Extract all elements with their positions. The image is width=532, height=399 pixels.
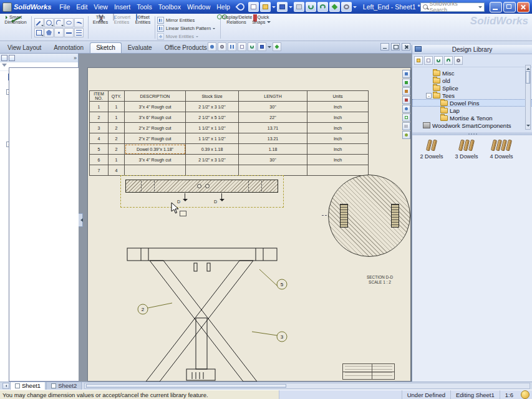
sketch-point-icon[interactable] [54, 28, 64, 37]
menu-tools[interactable]: Tools [133, 2, 155, 11]
library-folder[interactable]: Misc [412, 69, 532, 77]
mirror-entities-button[interactable]: Mirror Entities [157, 16, 219, 24]
tree-item[interactable]: -Sheet2 [0, 140, 78, 148]
bom-row[interactable]: 322"x 2" Rough cut1 1/2" x 1 1/2"13.71In… [90, 123, 369, 133]
tab-office-products[interactable]: Office Products [158, 42, 213, 53]
horizontal-scrollbar[interactable] [84, 383, 530, 389]
featuremanager-tab-icon[interactable] [1, 55, 7, 61]
top-view-beam[interactable] [125, 180, 278, 193]
crop-view-icon[interactable] [402, 113, 410, 122]
doc-minimize-button[interactable] [380, 43, 389, 50]
sketch-text-icon[interactable] [74, 28, 84, 37]
search-input[interactable]: SolidWorks Search [420, 2, 485, 12]
save-dropdown-icon[interactable] [289, 6, 293, 10]
panel-collapse-handle[interactable] [79, 213, 83, 227]
tab-sketch[interactable]: Sketch [90, 42, 122, 53]
sketch-arc-icon[interactable] [54, 18, 64, 27]
doc-close-button[interactable] [402, 43, 410, 50]
library-tree-scrollbar[interactable] [525, 65, 531, 130]
library-folder-selected[interactable]: Dowel Pins [412, 99, 532, 107]
sketch-ellipse-icon[interactable] [64, 18, 74, 27]
bom-row[interactable]: 613"x 4" Rough cut2 1/2" x 3 1/2"30"Inch [90, 155, 369, 165]
library-folder[interactable]: Mortise & Tenon [412, 114, 532, 122]
auxiliary-view-icon[interactable] [402, 87, 410, 95]
scrollbar-thumb[interactable] [526, 71, 530, 84]
bom-row[interactable]: 422"x 2" Rough cut1 1/2" x 1 1/2"13.21In… [90, 133, 369, 144]
zoom-in-out-icon[interactable] [228, 42, 236, 51]
pin-menubar-icon[interactable] [235, 2, 246, 12]
linear-sketch-pattern-button[interactable]: Linear Sketch Pattern [157, 24, 219, 32]
up-level-icon[interactable] [434, 56, 443, 65]
save-icon[interactable] [277, 2, 288, 12]
graphics-area[interactable]: ITEM NO. QTY. DESCRIPTION Stock Size LEN… [79, 54, 412, 382]
sheet-nav-icon[interactable] [2, 383, 9, 389]
minimize-button[interactable] [490, 2, 502, 12]
sketch-circle-icon[interactable] [44, 18, 54, 27]
scrollbar-thumb[interactable] [86, 384, 286, 388]
tab-evaluate[interactable]: Evaluate [122, 42, 158, 53]
projected-view-icon[interactable] [402, 79, 410, 87]
bom-row[interactable]: 213"x 6" Rough cut2 1/2" x 5 1/2"22"Inch [90, 112, 369, 123]
menu-view[interactable]: View [90, 2, 111, 11]
zoom-fit-icon[interactable] [208, 42, 216, 51]
tab-view-layout[interactable]: View Layout [1, 42, 47, 53]
move-entities-dropdown-icon[interactable] [196, 36, 198, 39]
library-item[interactable]: 2 Dowels [416, 138, 447, 160]
broken-view-icon[interactable] [402, 122, 410, 130]
library-folder[interactable]: Splice [412, 84, 532, 92]
library-folder[interactable]: Woodwork SmartComponents [412, 122, 532, 129]
library-item[interactable]: 4 Dowels [486, 138, 517, 160]
pan-icon[interactable] [238, 42, 246, 51]
menu-edit[interactable]: Edit [73, 2, 90, 11]
undo-icon[interactable] [306, 2, 316, 12]
options-icon[interactable] [341, 2, 352, 12]
options-dropdown-icon[interactable] [353, 6, 357, 10]
library-options-icon[interactable] [454, 56, 463, 65]
sketch-spline-icon[interactable] [74, 18, 84, 27]
panel-overflow-icon[interactable]: » [74, 55, 77, 61]
convert-entities-button[interactable]: Convert Entities [111, 14, 132, 41]
maximize-button[interactable] [503, 2, 516, 12]
design-library-header[interactable]: Design Library [412, 45, 532, 54]
new-document-icon[interactable] [248, 2, 259, 12]
detail-view-icon[interactable] [402, 105, 410, 113]
linear-pattern-dropdown-icon[interactable] [213, 28, 215, 31]
view-dropdown-icon[interactable] [268, 46, 271, 50]
bom-row[interactable]: 113"x 4" Rough cut2 1/2" x 3 1/2"30"Inch [90, 102, 369, 112]
rotate-view-icon[interactable] [248, 42, 256, 51]
model-view-icon[interactable] [402, 70, 410, 78]
annotation-tool-icon[interactable] [402, 131, 410, 139]
library-folder[interactable]: Lap [412, 107, 532, 114]
redo-icon[interactable] [317, 2, 328, 12]
view-settings-icon[interactable] [273, 42, 281, 51]
library-item[interactable]: 3 Dowels [451, 138, 482, 160]
menu-toolbox[interactable]: Toolbox [155, 2, 184, 11]
display-style-icon[interactable] [258, 42, 266, 51]
bom-row[interactable]: 52Dowel 0.39"x 1.18"0.39 x 1.181.18Inch [90, 144, 369, 155]
sketch-line-icon[interactable] [34, 18, 44, 27]
add-file-location-icon[interactable] [424, 56, 433, 65]
sketch-polygon-icon[interactable] [44, 28, 54, 37]
menu-window[interactable]: Window [184, 2, 213, 11]
offset-entities-button[interactable]: Offset Entities [132, 14, 153, 41]
bom-table[interactable]: ITEM NO. QTY. DESCRIPTION Stock Size LEN… [89, 90, 369, 176]
front-view-trestle[interactable]: 2 5 3 [122, 244, 291, 382]
rebuild-icon[interactable] [329, 2, 340, 12]
sheet-tab-sheet2[interactable]: Sheet2 [46, 382, 82, 390]
doc-restore-button[interactable] [391, 43, 400, 50]
menu-file[interactable]: File [56, 2, 73, 11]
library-folder[interactable]: -Tees [412, 92, 532, 99]
scroll-down-icon[interactable] [526, 125, 530, 128]
quick-tips-icon[interactable] [521, 390, 530, 399]
open-dropdown-icon[interactable] [272, 6, 276, 10]
zoom-area-icon[interactable] [218, 42, 226, 51]
menu-help[interactable]: Help [213, 2, 233, 11]
move-entities-button[interactable]: Move Entities [157, 32, 219, 41]
quick-snaps-button[interactable]: Quick Snaps [251, 14, 272, 41]
propertymanager-tab-icon[interactable] [9, 55, 15, 61]
close-button[interactable] [517, 2, 530, 12]
library-folder[interactable]: old [412, 77, 532, 84]
bom-row[interactable]: 74 [90, 165, 369, 176]
tab-annotation[interactable]: Annotation [47, 42, 90, 53]
section-view-icon[interactable] [402, 96, 410, 104]
